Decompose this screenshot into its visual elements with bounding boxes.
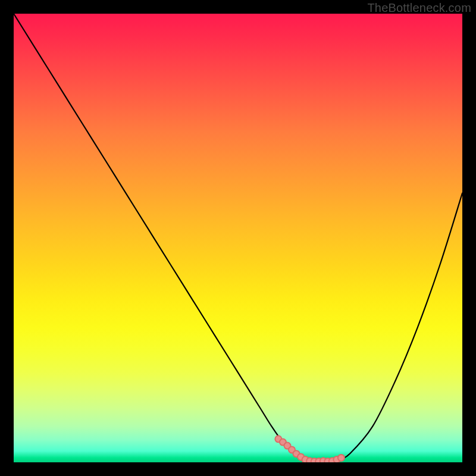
curve-layer: [14, 14, 462, 462]
chart-frame: TheBottleneck.com: [0, 0, 476, 476]
highlight-markers: [275, 436, 345, 462]
watermark-text: TheBottleneck.com: [367, 1, 471, 15]
plot-area: [14, 14, 462, 462]
bottleneck-curve: [14, 14, 462, 462]
highlight-marker: [338, 455, 345, 461]
